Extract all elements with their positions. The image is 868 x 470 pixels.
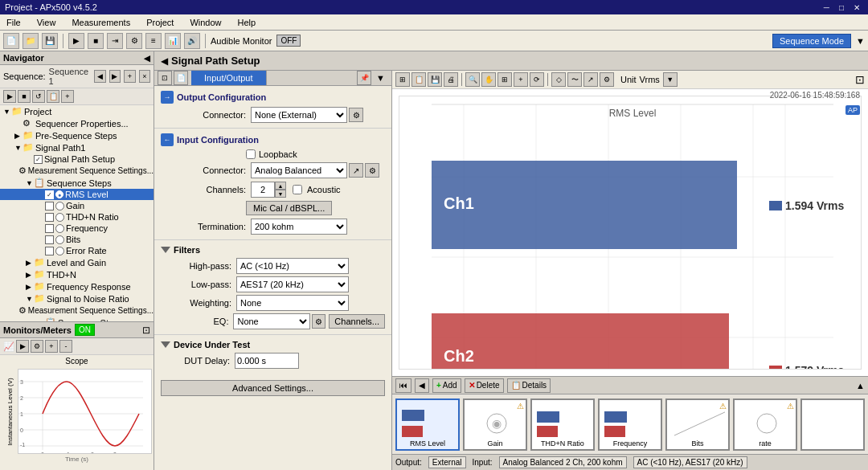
tree-item-snr[interactable]: ▼ 📁 Signal to Noise Ratio — [0, 292, 154, 304]
open-btn[interactable]: 📁 — [23, 33, 39, 49]
input-connector-select[interactable]: Analog Balanced — [251, 162, 347, 178]
chart-cursor-btn[interactable]: + — [514, 72, 528, 87]
channels-up-btn[interactable]: ▲ — [275, 182, 286, 190]
bottom-expand-btn[interactable]: ▲ — [856, 381, 865, 390]
acoustic-checkbox[interactable] — [293, 185, 302, 194]
er-checkbox[interactable] — [45, 247, 54, 255]
tree-stop-btn[interactable]: ■ — [18, 90, 31, 103]
tree-btn5[interactable]: + — [61, 90, 74, 103]
chart-trace-btn[interactable]: 〜 — [567, 72, 582, 87]
tools-btn1[interactable]: ⚙ — [126, 33, 142, 49]
thumbnail-rate[interactable]: ⚠ rate — [733, 398, 797, 451]
seq-del-btn[interactable]: × — [139, 70, 151, 83]
tree-item-freq[interactable]: Frequency — [0, 223, 154, 234]
tab-pin-btn[interactable]: 📌 — [357, 71, 371, 85]
tree-item-mss[interactable]: ⚙ Measurement Sequence Settings... — [0, 165, 154, 177]
tree-item-bits[interactable]: Bits — [0, 234, 154, 245]
lowpass-select[interactable]: AES17 (20 kHz) — [236, 276, 349, 292]
sps-checkbox[interactable] — [34, 155, 43, 164]
thumbnail-rms[interactable]: RMS Level — [395, 398, 460, 451]
advanced-settings-btn[interactable]: Advanced Settings... — [161, 380, 385, 396]
thumbnail-gain[interactable]: ◉ ⚠ Gain — [463, 398, 527, 451]
tree-item-error-rate[interactable]: Error Rate — [0, 245, 154, 256]
thumbnail-freq[interactable]: Frequency — [598, 398, 662, 451]
tree-item-level-gain[interactable]: ▶ 📁 Level and Gain — [0, 256, 154, 268]
maximize-btn[interactable]: □ — [836, 3, 847, 12]
eq-select[interactable]: None — [233, 313, 310, 329]
channels-down-btn[interactable]: ▼ — [275, 190, 286, 198]
mic-cal-btn[interactable]: Mic Cal / dBSPL... — [246, 201, 332, 215]
chart-pan-btn[interactable]: ✋ — [481, 72, 496, 87]
stop-btn[interactable]: ■ — [88, 33, 104, 49]
delete-btn[interactable]: ✕ Delete — [465, 378, 504, 393]
monitor-btn4[interactable]: - — [59, 340, 72, 353]
bits-checkbox[interactable] — [45, 235, 54, 244]
tools-btn3[interactable]: 📊 — [165, 33, 181, 49]
seq-next-btn[interactable]: ▶ — [109, 70, 121, 83]
tab-icon-2[interactable]: 📄 — [174, 71, 188, 85]
menu-window[interactable]: Window — [186, 18, 224, 27]
thd-checkbox[interactable] — [45, 213, 54, 222]
tools-btn4[interactable]: 🔊 — [184, 33, 200, 49]
menu-view[interactable]: View — [34, 18, 59, 27]
loopback-checkbox[interactable] — [246, 149, 256, 159]
rms-checkbox[interactable] — [45, 190, 54, 199]
chart-expand-btn[interactable]: ⊡ — [855, 73, 865, 86]
back-btn[interactable]: ◀ — [161, 55, 168, 67]
chart-settings-btn[interactable]: ⚙ — [600, 72, 614, 87]
navigator-pin-btn[interactable]: ◀ — [144, 54, 150, 63]
menu-file[interactable]: File — [3, 18, 24, 27]
minimize-btn[interactable]: ─ — [821, 3, 833, 12]
input-settings-btn[interactable]: ⚙ — [365, 163, 379, 178]
eq-settings-btn[interactable]: ⚙ — [312, 314, 326, 329]
tree-item-gain[interactable]: Gain — [0, 200, 154, 211]
monitors-expand-icon[interactable]: ⊡ — [142, 325, 150, 336]
run-btn[interactable]: ▶ — [68, 33, 84, 49]
nav-prev-btn[interactable]: ◀ — [415, 378, 429, 393]
tree-btn3[interactable]: ↺ — [32, 90, 45, 103]
tree-btn4[interactable]: 📋 — [47, 90, 59, 103]
add-btn[interactable]: + Add — [432, 378, 461, 393]
tree-item-seq-steps[interactable]: ▼ 📋 Sequence Steps — [0, 177, 154, 189]
monitor-btn3[interactable]: + — [45, 340, 58, 353]
new-btn[interactable]: 📄 — [3, 33, 19, 49]
tab-icon-1[interactable]: ⊡ — [158, 71, 172, 85]
tree-item-sequencer-props[interactable]: ⚙ Sequencer Properties... — [0, 117, 154, 129]
step-btn[interactable]: ⇥ — [107, 33, 123, 49]
monitor-btn1[interactable]: ▶ — [16, 340, 29, 353]
chart-btn-1[interactable]: ⊞ — [395, 72, 410, 87]
nav-first-btn[interactable]: ⏮ — [395, 378, 411, 393]
tree-item-project[interactable]: ▼ 📁 Project — [0, 105, 154, 117]
seq-prev-btn[interactable]: ◀ — [94, 70, 106, 83]
tree-item-sps[interactable]: Signal Path Setup — [0, 153, 154, 165]
menu-measurements[interactable]: Measurements — [68, 18, 133, 27]
details-btn[interactable]: 📋 Details — [507, 378, 551, 393]
chart-grid-btn[interactable]: ⊞ — [497, 72, 512, 87]
menu-help[interactable]: Help — [235, 18, 260, 27]
weighting-select[interactable]: None — [236, 295, 349, 311]
tree-run-btn[interactable]: ▶ — [3, 90, 16, 103]
close-btn[interactable]: ✕ — [850, 3, 863, 12]
dut-delay-input[interactable] — [235, 353, 299, 369]
tree-item-rms[interactable]: ● RMS Level — [0, 189, 154, 200]
seq-mode-arrow[interactable]: ▼ — [856, 36, 865, 46]
monitors-on-btn[interactable]: ON — [75, 324, 95, 336]
thumbnail-empty[interactable] — [800, 398, 865, 451]
chart-marker-btn[interactable]: ◇ — [551, 72, 566, 87]
chart-zoom-btn[interactable]: 🔍 — [465, 72, 480, 87]
output-connector-select[interactable]: None (External) — [251, 107, 347, 123]
monitor-btn2[interactable]: ⚙ — [31, 340, 43, 353]
thumbnail-thd[interactable]: THD+N Ratio — [530, 398, 595, 451]
audible-toggle[interactable]: OFF — [276, 35, 301, 47]
sequence-mode-btn[interactable]: Sequence Mode — [772, 34, 851, 48]
tree-item-signal-path1[interactable]: ▼ 📁 Signal Path1 — [0, 141, 154, 153]
tab-dropdown-arrow[interactable]: ▼ — [373, 73, 388, 83]
input-ref-btn[interactable]: ↗ — [349, 163, 363, 178]
channels-filter-btn[interactable]: Channels... — [329, 314, 385, 329]
tree-item-freq-resp[interactable]: ▶ 📁 Frequency Response — [0, 280, 154, 292]
tree-item-mss2[interactable]: ⚙ Measurement Sequence Settings... — [0, 304, 154, 317]
filter-collapse-icon[interactable] — [161, 247, 170, 253]
tree-item-thd[interactable]: THD+N Ratio — [0, 211, 154, 223]
unit-dropdown-btn[interactable]: ▼ — [663, 72, 678, 87]
termination-select[interactable]: 200 kohm — [251, 219, 347, 235]
